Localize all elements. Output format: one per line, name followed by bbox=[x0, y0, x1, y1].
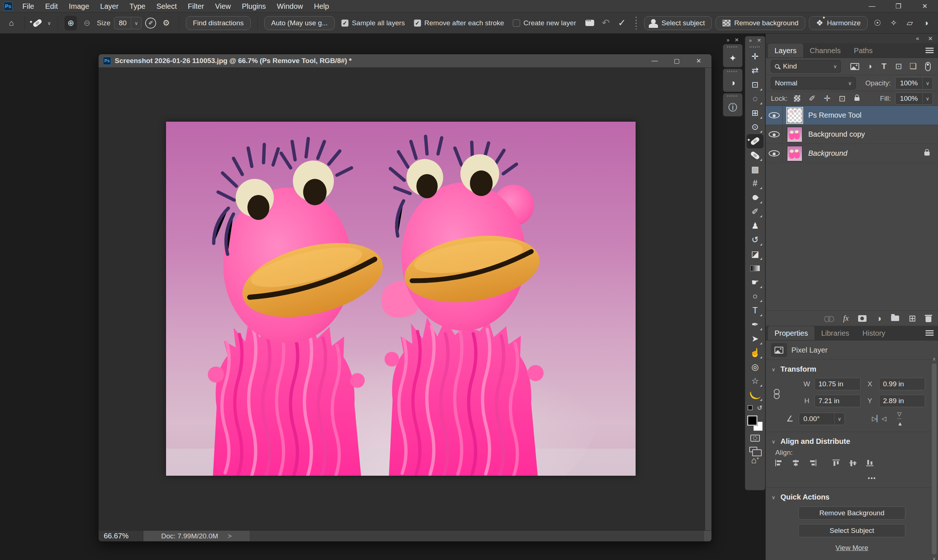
minimize-button[interactable]: — bbox=[859, 0, 885, 12]
layer-thumbnail[interactable] bbox=[787, 108, 803, 123]
align-bottom-icon[interactable] bbox=[866, 460, 873, 466]
swap-colors-icon[interactable]: ↺ bbox=[757, 404, 763, 412]
checkbox-icon[interactable] bbox=[513, 19, 520, 27]
filter-kind-dropdown[interactable]: Kind ∨ bbox=[771, 60, 841, 72]
align-section-header[interactable]: ∨ Align and Distribute bbox=[766, 432, 938, 449]
flip-horizontal-icon[interactable]: ▷▏◁ bbox=[872, 415, 886, 423]
lock-transparency-icon[interactable] bbox=[792, 95, 803, 102]
hand-tool[interactable]: ☝ bbox=[747, 346, 764, 360]
constrain-proportions-icon[interactable] bbox=[774, 389, 778, 398]
height-input[interactable]: 7.21 in bbox=[815, 395, 861, 407]
tab-layers[interactable]: Layers bbox=[768, 44, 803, 57]
quick-mask-icon[interactable] bbox=[750, 435, 760, 442]
tool-preset-caret-icon[interactable]: ∨ bbox=[47, 20, 51, 26]
checkbox-icon[interactable]: ✓ bbox=[341, 19, 349, 27]
expand-dock-icon[interactable]: » bbox=[726, 37, 729, 43]
canvas[interactable] bbox=[166, 122, 636, 476]
lock-position-icon[interactable]: ✛ bbox=[822, 94, 832, 103]
effects-sparkle-icon[interactable]: ✧ bbox=[887, 17, 900, 29]
close-toolbar-icon[interactable]: ✕ bbox=[757, 37, 761, 43]
type-tool[interactable]: T bbox=[747, 303, 764, 318]
add-mask-icon[interactable] bbox=[858, 315, 867, 322]
menu-item-filter[interactable]: Filter bbox=[182, 0, 209, 12]
commit-check-icon[interactable]: ✓ bbox=[616, 17, 628, 29]
color-swatches[interactable] bbox=[747, 415, 763, 431]
mixer-icon[interactable]: ☉ bbox=[871, 17, 884, 29]
tab-properties[interactable]: Properties bbox=[768, 326, 815, 340]
align-center-horizontal-icon[interactable] bbox=[792, 460, 800, 466]
quick-action-remove-background-button[interactable]: Remove Background bbox=[798, 506, 906, 520]
adjustment-layer-icon[interactable]: ◑ bbox=[876, 313, 881, 324]
path-select-tool[interactable]: ➤ bbox=[747, 332, 764, 346]
menu-item-type[interactable]: Type bbox=[124, 0, 151, 12]
menu-item-edit[interactable]: Edit bbox=[40, 0, 63, 12]
brush-size-dropdown[interactable]: 80 ∨ bbox=[114, 17, 141, 29]
filter-type-layers-icon[interactable]: T bbox=[879, 62, 889, 71]
properties-scrollbar[interactable]: ∧ ∨ bbox=[932, 356, 937, 560]
eyedropper-tool[interactable] bbox=[747, 191, 764, 205]
screen-mode-icon[interactable] bbox=[749, 447, 757, 452]
checkbox-create-new-layer[interactable]: Create new layer bbox=[513, 19, 576, 27]
y-input[interactable]: 2.89 in bbox=[879, 395, 925, 407]
expand-toolbar-icon[interactable]: » bbox=[749, 37, 752, 43]
fill-dropdown[interactable]: 100% ∨ bbox=[895, 92, 933, 105]
rotation-angle-dropdown[interactable]: 0.00° ∨ bbox=[799, 413, 845, 425]
layer-styles-icon[interactable]: fx bbox=[843, 314, 849, 323]
remove-tool-preset-icon[interactable] bbox=[31, 17, 44, 29]
edit-in-app-icon[interactable]: ⌂+ bbox=[751, 455, 759, 465]
filter-pixel-layers-icon[interactable] bbox=[850, 63, 860, 70]
spot-healing-tool[interactable] bbox=[747, 148, 764, 163]
transform-tool[interactable]: ⇄ bbox=[747, 64, 764, 78]
layer-visibility-cell[interactable] bbox=[766, 106, 783, 125]
shape-tool[interactable]: ☆ bbox=[747, 374, 764, 388]
scroll-up-icon[interactable]: ∧ bbox=[932, 356, 936, 362]
blend-mode-dropdown[interactable]: Normal ∨ bbox=[771, 77, 856, 89]
move-tool[interactable]: ✛ bbox=[747, 49, 764, 64]
menu-item-window[interactable]: Window bbox=[271, 0, 308, 12]
close-dock-icon[interactable]: ✕ bbox=[735, 37, 739, 43]
align-more-options-icon[interactable]: ••• bbox=[766, 467, 938, 488]
layer-visibility-cell[interactable] bbox=[766, 144, 783, 163]
tab-channels[interactable]: Channels bbox=[803, 44, 847, 57]
checkbox-icon[interactable]: ✓ bbox=[414, 19, 421, 27]
tab-history[interactable]: History bbox=[856, 326, 892, 340]
brush-tool[interactable]: ✐ bbox=[747, 205, 764, 219]
properties-panel-menu-icon[interactable] bbox=[926, 330, 933, 336]
flip-vertical-icon[interactable]: ▽┄┄▲ bbox=[897, 412, 903, 426]
smudge-tool[interactable]: ☛ bbox=[747, 275, 764, 289]
layers-panel-menu-icon[interactable] bbox=[926, 48, 933, 53]
lock-all-icon[interactable] bbox=[852, 96, 863, 101]
add-to-selection-button[interactable]: ⊕ bbox=[65, 16, 77, 31]
menu-item-file[interactable]: File bbox=[17, 0, 40, 12]
find-distractions-button[interactable]: Find distractions bbox=[186, 16, 251, 30]
history-brush-tool[interactable]: ↺ bbox=[747, 233, 764, 248]
filter-adjustment-layers-icon[interactable]: ◑ bbox=[864, 62, 875, 71]
transform-section-header[interactable]: ∨ Transform bbox=[766, 360, 938, 376]
scrollbar-thumb[interactable] bbox=[932, 363, 936, 554]
adjustment-icon[interactable]: ◑ bbox=[920, 17, 932, 29]
filter-toggle-icon[interactable] bbox=[923, 62, 933, 71]
new-group-icon[interactable] bbox=[891, 315, 899, 321]
selection-brush-tool[interactable]: ⊙ bbox=[747, 120, 764, 134]
gradient-tool[interactable] bbox=[747, 261, 764, 275]
mini-dock-info-button[interactable]: ⓘ bbox=[723, 93, 743, 117]
subtract-from-selection-button[interactable]: ⊖ bbox=[81, 17, 93, 29]
default-colors-icon[interactable] bbox=[748, 405, 752, 410]
align-middle-vertical-icon[interactable] bbox=[849, 460, 857, 466]
document-minimize-button[interactable]: — bbox=[646, 55, 663, 66]
width-input[interactable]: 10.75 in bbox=[815, 378, 861, 390]
home-icon[interactable]: ⌂ bbox=[5, 17, 18, 29]
delete-layer-icon[interactable] bbox=[926, 315, 932, 322]
layer-row-ps-remove-tool[interactable]: Ps Remove Tool bbox=[766, 106, 938, 125]
align-top-icon[interactable] bbox=[832, 460, 840, 466]
eye-icon[interactable] bbox=[769, 150, 780, 157]
select-subject-button[interactable]: Select subject bbox=[644, 16, 712, 30]
menu-item-select[interactable]: Select bbox=[151, 0, 183, 12]
lasso-tool[interactable]: ◌ bbox=[747, 92, 764, 106]
banana-generative-tool[interactable] bbox=[747, 388, 764, 402]
menu-item-plugins[interactable]: Plugins bbox=[237, 0, 272, 12]
x-input[interactable]: 0.99 in bbox=[879, 378, 925, 390]
filter-smart-objects-icon[interactable]: ❏ bbox=[908, 62, 918, 71]
object-selection-tool[interactable]: ⊞ bbox=[747, 106, 764, 120]
layer-visibility-cell[interactable] bbox=[766, 125, 783, 144]
